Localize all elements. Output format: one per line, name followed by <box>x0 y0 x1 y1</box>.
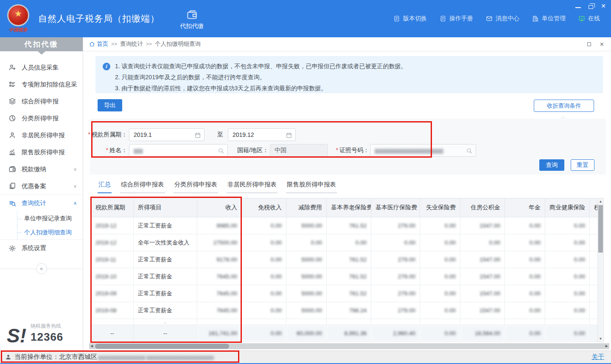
table-cell: 18,564.00 <box>460 325 505 342</box>
country-input[interactable]: 中国 <box>270 144 328 157</box>
table-cell: 2019-08 <box>91 302 134 319</box>
wallet-icon <box>186 9 198 20</box>
horizontal-scrollbar[interactable]: ◀ ▶ <box>89 343 609 349</box>
collapse-filters-button[interactable]: 收折查询条件 <box>534 100 594 112</box>
search-list-icon <box>8 200 16 207</box>
search-icon[interactable] <box>218 147 224 154</box>
pane-maximize-icon[interactable] <box>587 42 591 46</box>
table-cell: 0.00 <box>420 325 460 342</box>
header-nav-item[interactable]: 操作手册 <box>440 15 473 22</box>
table-cell: 798.24 <box>327 302 371 319</box>
person-icon <box>8 131 16 139</box>
report-tab[interactable]: 限售股所得申报表 <box>286 181 337 193</box>
scroll-down-icon[interactable]: ▼ <box>598 337 603 341</box>
table-cell: 7645.00 <box>197 268 242 285</box>
sidebar-item-label: 分类所得申报 <box>22 114 59 122</box>
scroll-up-icon[interactable]: ▲ <box>598 200 603 203</box>
sidebar-item[interactable]: 分类所得申报 <box>0 110 83 127</box>
table-cell: 5000.00 <box>286 285 327 302</box>
table-cell: 0.00 <box>327 234 371 251</box>
sidebar-item[interactable]: 非居民所得申报 <box>0 127 83 144</box>
table-cell: 0.00 <box>420 302 460 319</box>
reset-button[interactable]: 重置 <box>571 159 594 171</box>
breadcrumb-separator: >> <box>146 41 152 47</box>
report-tabs: 汇总综合所得申报表分类所得申报表非居民所得申报表限售股所得申报表 <box>98 181 345 193</box>
export-button[interactable]: 导出 <box>98 99 122 111</box>
home-icon[interactable] <box>89 41 95 47</box>
table-cell: 2,960.40 <box>371 325 420 342</box>
table-cell: 0.00 <box>545 325 590 342</box>
table-cell <box>197 319 242 325</box>
table-cell <box>590 302 598 319</box>
table-cell <box>590 217 598 234</box>
report-tab[interactable]: 汇总 <box>98 181 112 193</box>
table-cell: 5000.00 <box>286 268 327 285</box>
table-cell <box>505 319 545 325</box>
horizontal-scrollbar-thumb[interactable] <box>95 344 229 349</box>
table-cell: 2019-09 <box>91 285 134 302</box>
sidebar: 代扣代缴 人员信息采集 专项附加扣除信息采集 综合所得申报 分类所得申报 <box>0 37 83 350</box>
table-row: .. <box>91 319 598 325</box>
sidebar-item[interactable]: 查询统计 ∧ <box>0 195 83 211</box>
period-from-input[interactable]: 2019.1 <box>129 128 205 141</box>
column-header: 免税收入 <box>242 198 286 217</box>
sidebar-item[interactable]: 专项附加扣除信息采集 <box>0 76 83 93</box>
chevron-icon: ∧ <box>73 200 77 206</box>
sidebar-item-label: 综合所得申报 <box>22 97 59 106</box>
table-cell <box>242 319 286 325</box>
id-number-input[interactable]: ▆▆▆▆▆▆▆▆▆▆▆▆▆▆▆ <box>370 144 476 157</box>
restore-icon[interactable] <box>589 5 593 9</box>
table-cell: 161,741.00 <box>197 325 242 342</box>
list-icon <box>8 81 16 88</box>
breadcrumb-bar: 首页 >> 查询统计 >> 个人扣缴明细查询 ✕ <box>83 37 611 51</box>
close-icon[interactable]: ✕ <box>601 3 606 9</box>
vertical-scrollbar[interactable]: ▲ ▼ <box>597 198 604 342</box>
scroll-right-icon[interactable]: ▶ <box>605 344 608 348</box>
sidebar-item[interactable]: 系统设置 <box>0 239 83 256</box>
header-nav-label: 操作手册 <box>449 15 473 22</box>
sidebar-item[interactable]: 个人扣缴明细查询 <box>0 225 83 239</box>
table-cell: -- <box>134 325 197 342</box>
table-cell: 0.00 <box>460 234 505 251</box>
table-cell: 正常工资薪金 <box>134 268 197 285</box>
table-cell: 2019-10 <box>91 268 134 285</box>
search-icon[interactable] <box>466 147 473 154</box>
sidebar-item-label: 系统设置 <box>22 244 46 252</box>
table-cell: 0.00 <box>505 217 545 234</box>
header-nav-item[interactable]: 单位管理 <box>532 15 566 22</box>
hotline-logo: S! <box>7 328 26 344</box>
table-cell: 1547.00 <box>460 251 505 268</box>
sidebar-item[interactable]: 单位申报记录查询 <box>0 211 83 225</box>
vertical-scrollbar-thumb[interactable] <box>598 205 603 253</box>
table-cell: .. <box>134 319 197 325</box>
about-link[interactable]: 关于 <box>591 353 604 361</box>
doc-icon <box>393 15 400 22</box>
table-cell: 0.00 <box>242 285 286 302</box>
scroll-left-icon[interactable]: ◀ <box>90 344 93 348</box>
header-nav-item[interactable]: 消息中心 <box>486 15 519 22</box>
report-tab[interactable]: 非居民所得申报表 <box>227 181 277 193</box>
report-tab[interactable]: 综合所得申报表 <box>120 181 165 193</box>
pane-close-icon[interactable]: ✕ <box>600 41 604 47</box>
sidebar-item[interactable]: 优惠备案 ∨ <box>0 178 83 195</box>
sidebar-item[interactable]: 人员信息采集 <box>0 59 83 76</box>
header-nav-item[interactable]: 在线 <box>578 15 600 22</box>
period-to-input[interactable]: 2019.12 <box>228 128 296 141</box>
sidebar-item[interactable]: 综合所得申报 <box>0 93 83 110</box>
header-nav: 版本切换 操作手册 消息中心 单位管理 在线 <box>393 15 611 22</box>
minimize-icon[interactable] <box>575 7 581 8</box>
sidebar-item[interactable]: 税款缴纳 ∨ <box>0 161 83 178</box>
table-cell: 761.52 <box>327 251 371 268</box>
sidebar-collapse-button[interactable]: « <box>36 263 47 274</box>
calendar-icon[interactable] <box>286 132 292 139</box>
query-button[interactable]: 查询 <box>539 159 564 171</box>
calendar-icon[interactable] <box>194 132 201 139</box>
report-tab[interactable]: 分类所得申报表 <box>174 181 219 193</box>
header-nav-item[interactable]: 版本切换 <box>393 15 427 22</box>
sidebar-item[interactable]: 限售股所得申报 <box>0 144 83 161</box>
breadcrumb-home[interactable]: 首页 <box>97 40 108 48</box>
table-cell <box>590 319 598 325</box>
name-input[interactable]: ▆▆ <box>129 144 228 157</box>
tab-withholding[interactable]: 代扣代缴 <box>180 7 204 30</box>
table-cell: 正常工资薪金 <box>134 302 197 319</box>
